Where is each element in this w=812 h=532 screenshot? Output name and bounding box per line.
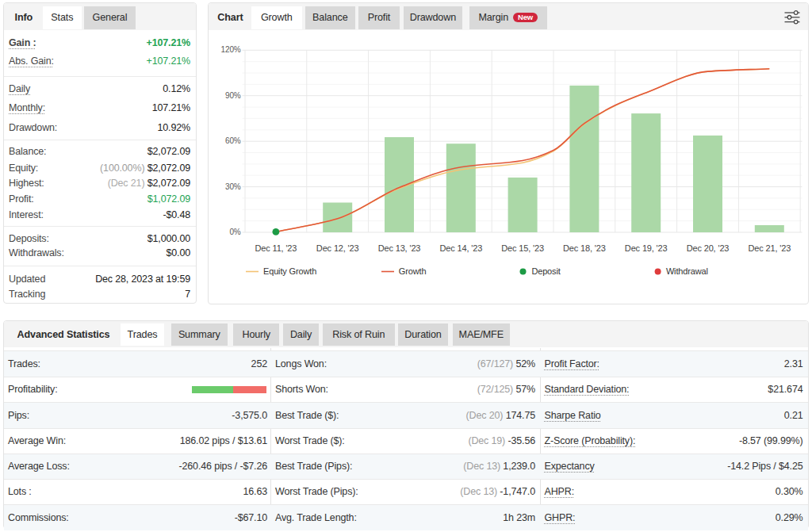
svg-text:Deposit: Deposit — [531, 266, 560, 276]
svg-text:Dec 12, '23: Dec 12, '23 — [316, 243, 359, 253]
svg-text:Dec 20, '23: Dec 20, '23 — [687, 243, 730, 253]
svg-text:Withdrawal: Withdrawal — [666, 266, 708, 276]
svg-text:Dec 21, '23: Dec 21, '23 — [748, 243, 791, 253]
svg-text:Dec 15, '23: Dec 15, '23 — [501, 243, 544, 253]
svg-text:90%: 90% — [225, 91, 241, 100]
svg-text:Dec 13, '23: Dec 13, '23 — [378, 243, 421, 253]
svg-text:60%: 60% — [225, 136, 241, 145]
svg-text:Dec 14, '23: Dec 14, '23 — [439, 243, 482, 253]
svg-text:Dec 19, '23: Dec 19, '23 — [625, 243, 668, 253]
svg-text:Equity Growth: Equity Growth — [263, 266, 316, 276]
svg-text:30%: 30% — [225, 182, 241, 191]
svg-text:Dec 18, '23: Dec 18, '23 — [563, 243, 606, 253]
svg-text:0%: 0% — [229, 228, 240, 236]
svg-text:Dec 11, '23: Dec 11, '23 — [255, 243, 297, 253]
svg-text:120%: 120% — [221, 45, 241, 54]
svg-text:Growth: Growth — [399, 266, 427, 276]
